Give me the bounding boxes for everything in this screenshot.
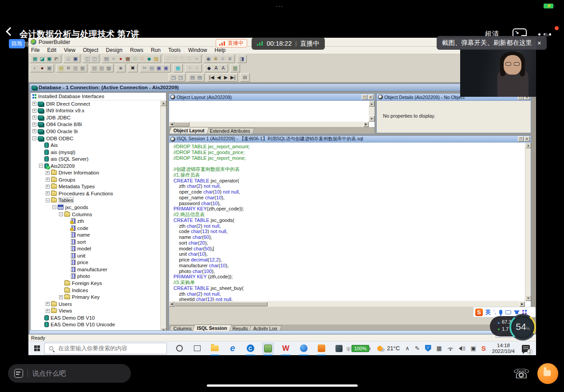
sogou-logo-icon[interactable]: S [475,309,483,316]
wifi-icon[interactable] [447,346,454,351]
toolbar-button-icon[interactable]: ▤ [148,65,155,71]
tree-item-tables[interactable]: −Tables [31,197,160,204]
toolbar-button-icon[interactable]: ○ [193,65,201,71]
isql-titlebar[interactable]: ISQL Session 1 (Ais202209) - 【案例06-1】利用S… [169,136,531,143]
toolbar-button-icon[interactable]: ◪ [39,55,46,62]
toolbar-button-icon[interactable]: ▧ [91,65,98,71]
collapse-icon[interactable]: − [32,136,36,140]
tree-item-dir-direct-connect[interactable]: +DIR Direct Connect [31,100,160,107]
scroll-down-icon[interactable]: ▼ [369,116,375,122]
menu-file[interactable]: File [31,47,39,53]
toolbar-button-icon[interactable]: ○ [186,65,193,71]
scroll-left-icon[interactable]: ◀ [169,122,174,127]
toolbar-button-icon[interactable]: ※ [219,55,226,62]
toolbar-button-icon[interactable]: ▶| [229,74,237,81]
object-layout-vscroll[interactable]: ▲ ▼ [369,101,375,122]
toolbar-button-icon[interactable]: ✂ [141,65,148,71]
menu-design[interactable]: Design [106,47,122,53]
toolbar-button-icon[interactable]: ● [39,65,46,71]
tree-item-jdb-jdbc[interactable]: +JDB JDBC [31,114,160,121]
toolbar-button-icon[interactable]: ⊟ [241,74,248,81]
toolbar-button-icon[interactable]: ◆ [205,65,213,71]
tooltip-close-button[interactable]: × [537,39,541,47]
sql-editor[interactable]: //DROP TABLE jxc_report_amount;//DROP TA… [169,143,525,301]
scroll-right-icon[interactable]: ▶ [363,122,369,127]
toolbar-button-icon[interactable]: ▤ [189,74,196,81]
toolbar-button-icon[interactable]: ◆ [146,55,153,62]
toolbar-button-icon[interactable]: ▤ [196,74,203,81]
toolbar-button-icon[interactable]: |◀ [208,74,215,81]
sogou-tray-icon[interactable]: S [481,344,486,352]
tray-weather[interactable]: 21°C [377,345,400,352]
dark-app-icon[interactable] [334,343,344,354]
tray-battery[interactable]: ψ 100% [347,345,369,352]
tree-item-ais-sql-server[interactable]: ais (SQL Server) [31,155,160,162]
menu-object[interactable]: Object [83,47,99,53]
tree-item-jxc-goods[interactable]: −jxc_goods [31,204,160,211]
toolbar-button-icon[interactable]: ※ [226,55,233,62]
pen-icon[interactable]: ✎ [415,345,420,351]
tree-item-in9-informix-v9-x[interactable]: +IN9 Informix v9.x [31,107,160,115]
scroll-right-icon[interactable]: ▶ [520,301,525,307]
tree-item-indices[interactable]: Indices [31,287,160,294]
expand-icon[interactable]: + [32,129,36,133]
wps-icon[interactable]: W [280,343,291,354]
menu-edit[interactable]: Edit [47,47,56,53]
toolbar-button-icon[interactable]: ∵ [172,55,179,62]
tree-item-eas-demo-db-v10[interactable]: EAS Demo DB V10 [31,314,160,321]
tree-item-columns[interactable]: −Columns [31,211,160,218]
tree-scrollbar[interactable]: ▲ ▼ [160,100,166,333]
tree-item-procedures-functions[interactable]: +Procedures & Functions [31,190,160,197]
tree-item-groups[interactable]: +Groups [31,176,160,183]
toolbar-button-icon[interactable]: ▨ [98,65,105,71]
expand-icon[interactable]: + [32,115,36,119]
cortana-button[interactable] [174,343,185,354]
tray-expand-icon[interactable]: ∧ [405,345,410,351]
tree-item-driver-information[interactable]: +Driver Information [31,169,160,176]
tree-item-name[interactable]: name [31,231,160,238]
ime-tool-icon[interactable]: ▣ [471,345,476,351]
taskbar-search[interactable] [44,343,167,354]
menu-tools[interactable]: Tools [168,47,181,53]
toolbar-button-icon[interactable]: ▦ [79,65,86,71]
object-layout-hscroll[interactable]: ◀ ▶ [169,122,369,127]
toolbar-button-icon[interactable]: ■ [117,65,124,71]
toolbar-button-icon[interactable]: ▣ [162,65,170,71]
toolbar-button-icon[interactable]: ▣ [72,55,79,62]
toolbar-button-icon[interactable]: ✖ [129,65,136,71]
volume-icon[interactable]: )) [459,346,465,351]
toolbar-button-icon[interactable]: ▤ [58,65,65,71]
expand-icon[interactable]: + [46,178,50,182]
tree-item-eas-demo-db-v10-unicode[interactable]: EAS Demo DB V10 Unicode [31,321,160,329]
skin-icon[interactable] [514,310,519,314]
tree-item-sort[interactable]: sort [31,238,160,245]
scroll-down-icon[interactable]: ▼ [525,295,531,301]
scroll-up-icon[interactable]: ▲ [525,143,531,148]
close-button[interactable]: × [368,95,374,100]
toolbar-button-icon[interactable]: ▦ [124,55,131,62]
database-window-titlebar[interactable]: Database - 1 Connection: (Active Connect… [29,83,535,91]
ime-language-indicator[interactable]: 英 [485,309,491,316]
performance-ball[interactable]: 54% [509,314,536,341]
tree-item-photo[interactable]: photo [31,273,160,280]
toolbar-button-icon[interactable]: ▤ [103,55,110,62]
tree-item-metadata-types[interactable]: +Metadata Types [31,183,160,190]
comment-input[interactable]: 说点什么吧 [8,364,131,383]
collapse-icon[interactable]: − [59,212,63,216]
tree-item-primary-key[interactable]: +Primary Key [31,293,160,301]
expand-icon[interactable]: + [46,302,50,306]
tree-item-model[interactable]: model [31,245,160,252]
expand-icon[interactable]: + [32,102,36,106]
toolbar-button-icon[interactable]: ▦ [32,55,39,62]
toolbar-button-icon[interactable]: ◉ [205,55,212,62]
tree-item-manufacturer[interactable]: manufacturer [31,266,160,273]
tree-item-views[interactable]: +Views [31,307,160,314]
tray-clock[interactable]: 14:18 2022/10/4 [492,343,515,354]
action-center-icon[interactable]: 2 [522,345,530,352]
tab-object-layout[interactable]: Object Layout [169,127,209,134]
powerbuilder-taskbar-icon[interactable] [263,343,273,354]
ime-punctuation-indicator[interactable]: ’, [493,309,496,315]
toolbar-button-icon[interactable]: ◩ [53,55,60,62]
tree-item-unit[interactable]: unit [31,252,160,259]
toolbar-button-icon[interactable]: ∴ [165,55,172,62]
